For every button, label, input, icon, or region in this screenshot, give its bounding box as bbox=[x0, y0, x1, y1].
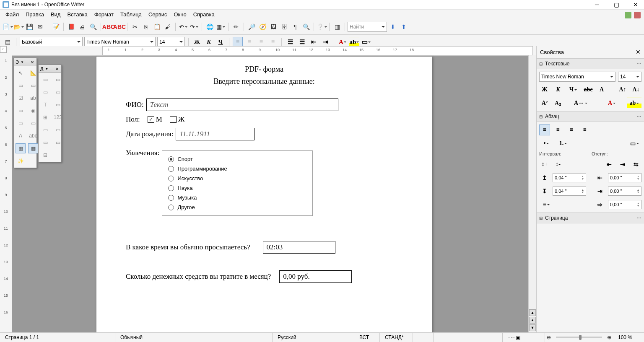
fp-label-icon[interactable]: A bbox=[16, 131, 26, 141]
fp2-c9[interactable]: ▭ bbox=[53, 125, 63, 135]
paragraph-section-header[interactable]: ⊟Абзац⋯ bbox=[537, 111, 644, 122]
datasources-button[interactable]: 🗄 bbox=[279, 22, 289, 32]
status-insert[interactable]: ВСТ bbox=[354, 333, 380, 342]
status-signature[interactable] bbox=[413, 333, 434, 342]
menu-tools[interactable]: Сервис bbox=[145, 10, 170, 18]
fp-control-5[interactable]: ▭ bbox=[28, 118, 38, 128]
space-below-input[interactable]: 0,04 "▲▼ bbox=[553, 187, 586, 196]
form-controls-panel[interactable]: Э▼✕ ↖ 📐 ▭ ▭ ☑ ab ▭ ◉ ▭ ▭ A abc ▦ ▦ ✨ bbox=[13, 58, 37, 168]
money-input[interactable]: 0,00 руб. bbox=[279, 270, 352, 283]
menu-insert[interactable]: Вставка bbox=[64, 10, 90, 18]
fp-form-design-icon[interactable]: ▦ bbox=[28, 143, 38, 153]
fp2-c8[interactable]: ▭ bbox=[40, 125, 50, 135]
fp1-close-icon[interactable]: ✕ bbox=[30, 60, 35, 65]
sb-hanging-indent-icon[interactable]: ⇆ bbox=[631, 159, 641, 170]
sidebar-size-combo[interactable]: 14 bbox=[618, 72, 641, 82]
show-draw-button[interactable]: ✏ bbox=[231, 22, 241, 32]
sb-linespacing-button[interactable]: ≡ bbox=[539, 199, 553, 210]
sb-numbering-button[interactable]: 1. bbox=[556, 138, 570, 149]
font-color-button[interactable]: A bbox=[338, 37, 348, 47]
format-paintbrush-button[interactable]: 🖌 bbox=[163, 22, 173, 32]
italic-button[interactable]: К bbox=[204, 37, 214, 47]
sb-align-left[interactable]: ≡ bbox=[539, 124, 550, 135]
status-language[interactable]: Русский bbox=[273, 333, 354, 342]
sidebar-sup-button[interactable]: A² bbox=[539, 98, 550, 109]
spellcheck-button[interactable]: ABC bbox=[104, 22, 114, 32]
hobby-radio-3[interactable] bbox=[168, 185, 174, 191]
styles-button[interactable]: ▤ bbox=[3, 37, 13, 47]
status-page[interactable]: Страница 1 / 1 bbox=[0, 333, 115, 342]
redo-button[interactable]: ↷ bbox=[189, 22, 199, 32]
gallery-button[interactable]: 🖼 bbox=[268, 22, 278, 32]
hobby-radio-2[interactable] bbox=[168, 176, 174, 181]
menu-help[interactable]: Справка bbox=[190, 10, 218, 18]
sb-indent-right-icon[interactable]: ⇥ bbox=[595, 186, 605, 197]
scroll-down-page-icon[interactable]: ▼ bbox=[529, 324, 536, 331]
form-design-panel[interactable]: Д▼✕ ▭ ▭ ▭ ▭ T ▭ ⊞ 123 ▭ ▭ ▭ ▭ ⊟ bbox=[38, 65, 62, 162]
fp2-c1[interactable]: ▭ bbox=[40, 75, 50, 85]
text-section-header[interactable]: ⊟Текстовые⋯ bbox=[537, 58, 644, 69]
sidebar-close-icon[interactable]: ✕ bbox=[636, 49, 641, 55]
cut-button[interactable]: ✂ bbox=[130, 22, 140, 32]
sb-bgcolor-button[interactable]: ▭ bbox=[627, 138, 641, 149]
hobby-radio-4[interactable] bbox=[168, 195, 174, 201]
fp-design-mode-icon[interactable]: 📐 bbox=[28, 68, 38, 78]
scroll-up-page-icon[interactable]: ▲ bbox=[529, 309, 536, 316]
menu-file[interactable]: Файл bbox=[3, 10, 22, 18]
status-style[interactable]: Обычный bbox=[115, 333, 273, 342]
fp2-c11[interactable]: ▭ bbox=[53, 137, 63, 148]
fp-control-4[interactable]: ▭ bbox=[16, 118, 26, 128]
sidebar-spacing-button[interactable]: A↔ bbox=[574, 98, 588, 109]
menu-view[interactable]: Вид bbox=[48, 10, 64, 18]
new-button[interactable]: 📄 bbox=[3, 22, 13, 32]
gender-m-checkbox[interactable]: ✓ bbox=[148, 116, 154, 123]
align-left-button[interactable]: ≡ bbox=[233, 37, 243, 47]
fp2-c7[interactable]: ⊞ bbox=[40, 112, 50, 122]
sb-dec-indent-icon[interactable]: ⇤ bbox=[604, 159, 615, 170]
nonprinting-chars-button[interactable]: ¶ bbox=[290, 22, 300, 32]
font-name-combo[interactable]: Times New Roman bbox=[84, 37, 156, 47]
sidebar-font-combo[interactable]: Times New Roman bbox=[539, 72, 615, 82]
find-replace-button[interactable]: 🔎 bbox=[247, 22, 257, 32]
hyperlink-button[interactable]: 🌐 bbox=[205, 22, 215, 32]
fp-radio-icon[interactable]: ◉ bbox=[28, 106, 38, 116]
sidebar-fontcolor-button[interactable]: A bbox=[605, 98, 619, 109]
sidebar-shrink-button[interactable]: A↓ bbox=[631, 84, 641, 95]
undo-button[interactable]: ↶ bbox=[178, 22, 188, 32]
sidebar-highlight-button[interactable]: ab bbox=[627, 98, 641, 109]
status-zoom[interactable]: 100 % bbox=[613, 333, 644, 342]
sidebar-grow-button[interactable]: A↑ bbox=[617, 84, 628, 95]
fp-checkbox-icon[interactable]: ☑ bbox=[16, 93, 26, 103]
find-toolbar-input[interactable]: Найти bbox=[348, 22, 387, 32]
menu-format[interactable]: Формат bbox=[91, 10, 117, 18]
sb-inc-space-icon[interactable]: ↕+ bbox=[539, 159, 550, 170]
open-button[interactable]: 📂 bbox=[13, 22, 23, 32]
increase-indent-button[interactable]: ⇥ bbox=[320, 37, 330, 47]
table-insert-button[interactable]: ▦ bbox=[216, 22, 226, 32]
font-size-combo[interactable]: 14 bbox=[157, 37, 185, 47]
underline-button[interactable]: Ч bbox=[216, 37, 226, 47]
fp-control-abc[interactable]: abc bbox=[28, 131, 38, 141]
align-center-button[interactable]: ≡ bbox=[244, 37, 254, 47]
fp2-c6[interactable]: ▭ bbox=[53, 100, 63, 110]
align-right-button[interactable]: ≡ bbox=[256, 37, 266, 47]
fp2-c2[interactable]: ▭ bbox=[53, 75, 63, 85]
bullet-list-button[interactable]: ☰ bbox=[297, 37, 307, 47]
fp2-c12[interactable]: ⊟ bbox=[40, 150, 50, 160]
edit-doc-button[interactable]: 📝 bbox=[51, 22, 61, 32]
fp-control-3[interactable]: ▭ bbox=[16, 106, 26, 116]
sb-inc-indent-icon[interactable]: ⇥ bbox=[617, 159, 628, 170]
sidebar-shadow-button[interactable]: A bbox=[596, 84, 607, 95]
fp2-numeric-icon[interactable]: 123 bbox=[53, 112, 63, 122]
menu-table[interactable]: Таблица bbox=[117, 10, 145, 18]
fp-control-1[interactable]: ▭ bbox=[16, 80, 26, 91]
sidebar-strike-button[interactable]: abc bbox=[583, 84, 594, 95]
sidebar-bold-button[interactable]: Ж bbox=[539, 84, 550, 95]
scroll-nav-icon[interactable]: ● bbox=[529, 317, 536, 324]
decrease-indent-button[interactable]: ⇤ bbox=[309, 37, 319, 47]
find-prev-button[interactable]: ⬆ bbox=[399, 22, 409, 32]
gender-f-checkbox[interactable] bbox=[170, 116, 177, 123]
fp2-c5[interactable]: T bbox=[40, 100, 50, 110]
sb-align-center[interactable]: ≡ bbox=[553, 124, 564, 135]
fp-more-controls-icon[interactable]: ▦ bbox=[16, 143, 26, 153]
